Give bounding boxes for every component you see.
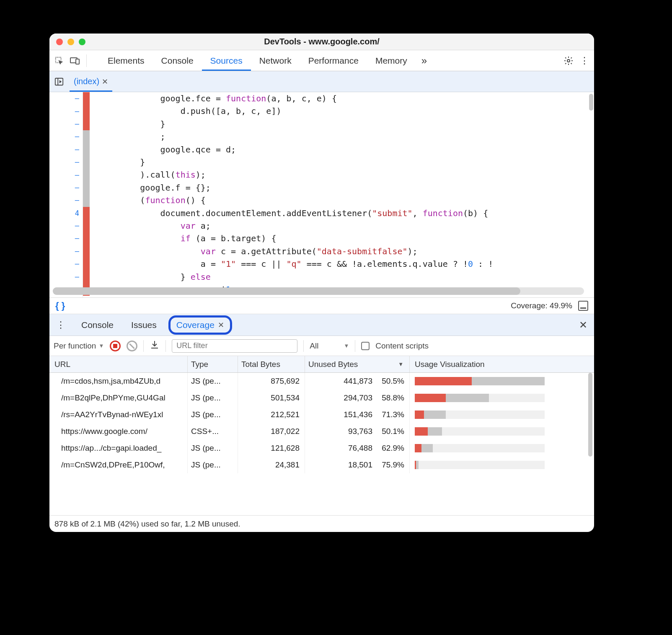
- cell-viz: [410, 457, 594, 473]
- navigator-toggle-icon[interactable]: [52, 75, 66, 89]
- cell-viz: [410, 440, 594, 457]
- drawer-tab-issues[interactable]: Issues: [125, 318, 163, 333]
- table-row[interactable]: /m=B2qlPe,DhPYme,GU4GalJS (pe...501,5342…: [49, 390, 594, 406]
- coverage-gutter: [83, 92, 100, 297]
- coverage-summary-label: Coverage: 49.9%: [511, 301, 572, 310]
- window-zoom-button[interactable]: [79, 39, 85, 45]
- file-tab-index[interactable]: (index) ✕: [70, 71, 112, 92]
- titlebar: DevTools - www.google.com/: [49, 34, 594, 50]
- chevron-down-icon: ▼: [98, 343, 104, 349]
- file-tabs-bar: (index) ✕: [49, 71, 594, 92]
- source-editor[interactable]: –––––––––4–––––– google.fce = function(a…: [49, 92, 594, 297]
- type-filter-select[interactable]: All ▼: [310, 341, 349, 351]
- record-button[interactable]: [110, 341, 121, 351]
- clear-button[interactable]: [127, 341, 137, 351]
- coverage-summary-footer: 878 kB of 2.1 MB (42%) used so far, 1.2 …: [49, 515, 594, 532]
- svg-point-3: [567, 59, 570, 62]
- granularity-label: Per function: [54, 341, 96, 351]
- main-tab-performance[interactable]: Performance: [300, 50, 367, 71]
- table-row[interactable]: https://www.google.com/CSS+...187,02293,…: [49, 423, 594, 440]
- cell-url: /m=cdos,hsm,jsa,mb4ZUb,d: [49, 373, 188, 390]
- window-close-button[interactable]: [56, 39, 63, 45]
- table-row[interactable]: /rs=AA2YrTvBynad-nWEy1xlJS (pe...212,521…: [49, 406, 594, 423]
- table-header[interactable]: URL Type Total Bytes Unused Bytes ▼ Usag…: [49, 356, 594, 373]
- cell-url: /m=B2qlPe,DhPYme,GU4Gal: [49, 390, 188, 406]
- coverage-toolbar: Per function ▼ All ▼ Content scripts: [49, 336, 594, 356]
- cell-total: 187,022: [238, 423, 305, 440]
- gutter-line: –: [49, 181, 83, 194]
- main-tab-memory[interactable]: Memory: [367, 50, 416, 71]
- sort-desc-icon: ▼: [398, 361, 403, 367]
- col-total-bytes[interactable]: Total Bytes: [238, 356, 305, 372]
- cell-total: 121,628: [238, 440, 305, 457]
- inspect-element-icon[interactable]: [52, 54, 66, 68]
- drawer-tab-console[interactable]: Console: [75, 318, 119, 333]
- cell-url: /m=CnSW2d,DPreE,P10Owf,: [49, 457, 188, 473]
- gutter-line: –: [49, 168, 83, 181]
- gutter-line: –: [49, 270, 83, 283]
- main-tab-console[interactable]: Console: [153, 50, 202, 71]
- main-tab-sources[interactable]: Sources: [202, 50, 251, 71]
- gutter-line: –: [49, 194, 83, 207]
- dock-side-icon[interactable]: [578, 301, 588, 311]
- cell-unused: 151,43671.3%: [305, 406, 410, 423]
- gutter-line: –: [49, 130, 83, 143]
- col-unused-bytes[interactable]: Unused Bytes ▼: [305, 356, 410, 372]
- drawer-close-icon[interactable]: ✕: [576, 319, 590, 331]
- drawer-tab-coverage[interactable]: Coverage✕: [168, 315, 232, 335]
- window-minimize-button[interactable]: [67, 39, 74, 45]
- settings-gear-icon[interactable]: [561, 54, 576, 68]
- coverage-table: URL Type Total Bytes Unused Bytes ▼ Usag…: [49, 356, 594, 515]
- kebab-menu-icon[interactable]: ⋮: [577, 54, 592, 68]
- main-toolbar: ElementsConsoleSourcesNetworkPerformance…: [49, 50, 594, 71]
- gutter-line: –: [49, 105, 83, 117]
- line-gutter: –––––––––4––––––: [49, 92, 83, 297]
- table-row[interactable]: /m=cdos,hsm,jsa,mb4ZUb,dJS (pe...875,692…: [49, 373, 594, 390]
- drawer-menu-icon[interactable]: ⋮: [54, 320, 68, 330]
- granularity-select[interactable]: Per function ▼: [54, 341, 104, 351]
- chevron-down-icon: ▼: [344, 343, 349, 349]
- cell-type: CSS+...: [188, 423, 238, 440]
- main-tab-network[interactable]: Network: [251, 50, 300, 71]
- code-content[interactable]: google.fce = function(a, b, c, e) { d.pu…: [100, 92, 589, 296]
- cell-total: 875,692: [238, 373, 305, 390]
- table-scrollbar[interactable]: [588, 373, 592, 457]
- tabs-overflow-button[interactable]: »: [417, 50, 431, 71]
- cell-type: JS (pe...: [188, 373, 238, 390]
- svg-rect-4: [55, 78, 63, 85]
- col-usage-viz[interactable]: Usage Visualization: [410, 356, 594, 372]
- type-filter-label: All: [310, 341, 318, 351]
- cell-viz: [410, 373, 594, 390]
- device-toggle-icon[interactable]: [68, 54, 82, 68]
- export-icon[interactable]: [150, 340, 160, 352]
- close-icon[interactable]: ✕: [102, 77, 108, 86]
- col-url[interactable]: URL: [49, 356, 188, 372]
- cell-url: https://ap.../cb=gapi.loaded_: [49, 440, 188, 457]
- gutter-line: –: [49, 118, 83, 130]
- content-scripts-checkbox[interactable]: [361, 342, 370, 350]
- source-status-bar: { } Coverage: 49.9%: [49, 297, 594, 314]
- close-icon[interactable]: ✕: [218, 320, 224, 330]
- window-title: DevTools - www.google.com/: [49, 37, 594, 46]
- cell-unused: 76,48862.9%: [305, 440, 410, 457]
- main-tab-elements[interactable]: Elements: [99, 50, 153, 71]
- cell-total: 212,521: [238, 406, 305, 423]
- coverage-mark: [83, 130, 90, 207]
- table-row[interactable]: /m=CnSW2d,DPreE,P10Owf,JS (pe...24,38118…: [49, 457, 594, 473]
- cell-type: JS (pe...: [188, 457, 238, 473]
- vertical-scrollbar[interactable]: [589, 94, 593, 111]
- cell-total: 24,381: [238, 457, 305, 473]
- coverage-mark: [83, 92, 90, 130]
- url-filter-input[interactable]: [172, 339, 297, 353]
- cell-viz: [410, 423, 594, 440]
- drawer-tabs-bar: ⋮ ConsoleIssuesCoverage✕ ✕: [49, 314, 594, 336]
- gutter-line: –: [49, 219, 83, 232]
- pretty-print-icon[interactable]: { }: [55, 300, 65, 311]
- horizontal-scrollbar[interactable]: [53, 287, 584, 295]
- svg-rect-2: [76, 59, 79, 64]
- cell-type: JS (pe...: [188, 440, 238, 457]
- col-type[interactable]: Type: [188, 356, 238, 372]
- cell-unused: 294,70358.8%: [305, 390, 410, 406]
- gutter-line: –: [49, 92, 83, 105]
- table-row[interactable]: https://ap.../cb=gapi.loaded_JS (pe...12…: [49, 440, 594, 457]
